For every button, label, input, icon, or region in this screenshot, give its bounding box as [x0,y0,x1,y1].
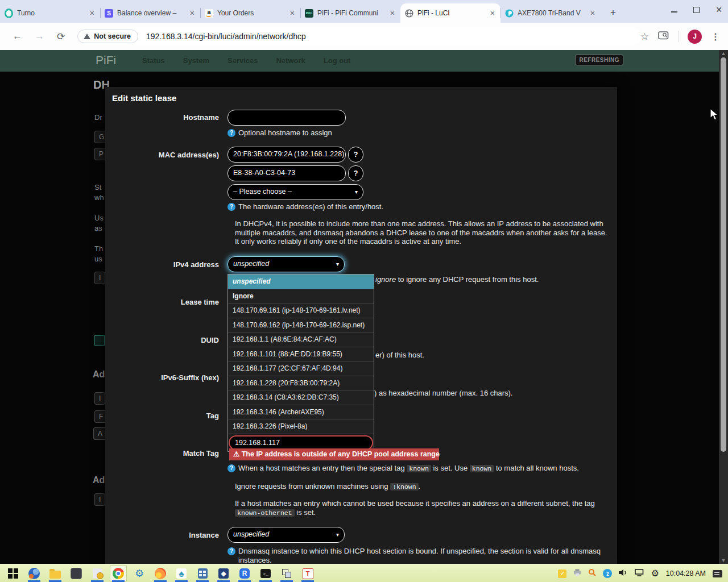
ipv4-custom-input[interactable]: 192.168.1.117 [229,435,373,450]
security-chip[interactable]: Not secure [77,30,138,43]
tray-app-z-icon[interactable]: z [603,569,612,578]
duid-label: DUID [105,336,219,344]
bg-button-fragment: I [94,272,105,284]
taskbar-app-r-icon[interactable]: R [237,566,253,581]
match-tag-help-3: If a host matches an entry which cannot … [235,499,605,517]
nav-system[interactable]: System [183,56,209,65]
taskbar-app-t-icon[interactable]: T [300,566,316,581]
printer-icon[interactable] [573,568,581,579]
tab-close-icon[interactable]: × [589,9,596,17]
tab-close-icon[interactable]: × [89,9,96,17]
new-tab-button[interactable]: + [606,7,620,18]
taskbar-app-dark-icon[interactable] [68,566,84,581]
start-button[interactable] [5,566,21,581]
bg-text-fragment: as [94,224,102,232]
edit-static-lease-modal: Edit static lease Hostname ? Optional ho… [105,87,617,564]
browser-menu-icon[interactable]: ⋮ [711,31,720,42]
dropdown-option[interactable]: 192.168.3.14 (C8:A3:62:DB:C7:35) [228,390,374,405]
tab-strip: Turno × S Balance overview – × a Your Or… [0,0,728,23]
tray-settings-gear-icon[interactable]: ⚙ [651,569,659,578]
match-tag-label: Match Tag [105,449,219,458]
tab-pifi-luci-active[interactable]: PiFi - LuCI × [400,3,500,23]
mac-browse-button-1[interactable]: ? [348,147,363,163]
mac-browse-button-2[interactable]: ? [348,165,363,181]
tab-turno[interactable]: Turno × [0,3,100,23]
mac-input-2[interactable]: E8-38-A0-C3-04-73 [228,165,346,181]
mac-help: The hardware address(es) of this entry/h… [238,202,383,211]
forward-icon[interactable]: → [35,31,44,42]
ipv4-help-rest: to ignore any DHCP request from this hos… [396,275,539,284]
dropdown-option-unspecified[interactable]: unspecified [228,275,374,289]
tab-balance-overview[interactable]: S Balance overview – × [100,3,200,23]
bg-text-fragment: us [94,255,102,263]
ipv4-select[interactable]: unspecified ▾ [228,256,345,272]
nav-services[interactable]: Services [228,56,258,65]
network-icon[interactable] [635,568,644,579]
dropdown-option-ignore[interactable]: Ignore [228,289,374,304]
reload-icon[interactable]: ⟳ [57,31,65,43]
tab-axe7800[interactable]: AXE7800 Tri-Band V × [500,3,601,23]
instance-help: Dnsmasq instance to which this DHCP host… [238,547,607,564]
match-tag-help-2: Ignore requests from unknown machines us… [235,482,610,492]
tplink-favicon-icon [505,9,514,18]
tab-close-icon[interactable]: × [189,9,196,17]
mac-choose-value: – Please choose – [233,188,292,196]
notification-center-icon[interactable] [713,570,722,577]
dropdown-option[interactable]: 148.170.69.162 (ip-148-170-69-162.isp.ne… [228,318,374,333]
search-icon[interactable] [588,568,596,579]
dropdown-option[interactable]: 192.168.1.101 (88:AE:DD:19:B9:55) [228,347,374,362]
side-panel-icon[interactable] [658,31,669,42]
chevron-down-icon: ▾ [355,185,358,199]
tab-close-icon[interactable]: × [389,9,396,17]
taskbar-app-teal-icon[interactable]: ♠ [173,566,189,581]
dropdown-option[interactable]: 192.168.3.146 (ArcherAXE95) [228,405,374,420]
dropdown-option[interactable]: 148.170.69.161 (ip-148-170-69-161.lv.net… [228,304,374,318]
taskbar-chrome-icon[interactable] [110,566,126,581]
code-known: known [407,465,431,472]
dropdown-option[interactable]: 192.168.1.1 (A8:6E:84:AC:AF:AC) [228,332,374,347]
taskbar-settings-gear-icon[interactable]: ⚙ [131,566,147,581]
taskbar-remote-desktop-icon[interactable] [279,566,295,581]
window-minimize-button[interactable] [671,7,677,13]
warning-icon: ⚠ [233,450,239,458]
site-logo[interactable]: PiFi [96,53,116,67]
tab-your-orders[interactable]: a Your Orders × [200,3,300,23]
taskbar-terminal-icon[interactable]: >_ [258,566,274,581]
sticky-note-icon[interactable]: ✓ [558,569,566,578]
taskbar-virtualbox-icon[interactable]: ◆ [216,566,231,581]
duid-help-fragment: er) of this host. [375,351,424,360]
tab-pifi-community[interactable]: PiFi PiFi - PiFi Communi × [300,3,400,23]
taskbar-app-thunderbird-icon[interactable] [26,566,42,581]
scrollbar-thumb[interactable] [721,57,726,452]
window-restore-button[interactable] [693,7,700,13]
volume-icon[interactable] [619,568,628,579]
mac-choose-select[interactable]: – Please choose – ▾ [228,184,363,200]
scroll-down-icon[interactable]: ▼ [719,557,728,564]
dropdown-option[interactable]: 192.168.1.177 (2C:CF:67:AF:4D:94) [228,361,374,376]
clock[interactable]: 10:04:28 AM [666,569,706,577]
back-icon[interactable]: ← [13,31,22,42]
dropdown-option[interactable]: 192.168.3.226 (Pixel-8a) [228,419,374,434]
hostname-input[interactable] [228,110,346,126]
tab-close-icon[interactable]: × [289,9,296,17]
tab-close-icon[interactable]: × [489,9,496,17]
scrollbar[interactable]: ▲ ▼ [719,50,728,564]
url-field[interactable]: Not secure 192.168.3.14/cgi-bin/luci/adm… [77,27,640,45]
nav-network[interactable]: Network [276,56,305,65]
taskbar-calculator-icon[interactable] [195,566,210,581]
hostname-help: Optional hostname to assign [238,128,332,138]
bookmark-star-icon[interactable]: ☆ [640,31,649,43]
ipv4-error-text: The IP address is outside of any DHCP po… [242,450,440,458]
mac-input-1[interactable]: 20:F8:3B:00:79:2A (192.168.1.228) [228,147,346,163]
profile-avatar[interactable]: J [688,30,702,44]
taskbar-file-explorer-icon[interactable] [47,566,63,581]
scroll-up-icon[interactable]: ▲ [719,50,728,57]
nav-status[interactable]: Status [142,56,165,65]
nav-logout[interactable]: Log out [324,56,351,65]
taskbar-firefox-icon[interactable] [152,566,168,581]
dropdown-option[interactable]: 192.168.1.228 (20:F8:3B:00:79:2A) [228,376,374,391]
tab-title: Balance overview – [117,9,185,17]
instance-select[interactable]: unspecified ▾ [228,527,345,543]
window-close-button[interactable]: ✕ [715,5,722,14]
taskbar-app-database-icon[interactable] [89,566,105,581]
